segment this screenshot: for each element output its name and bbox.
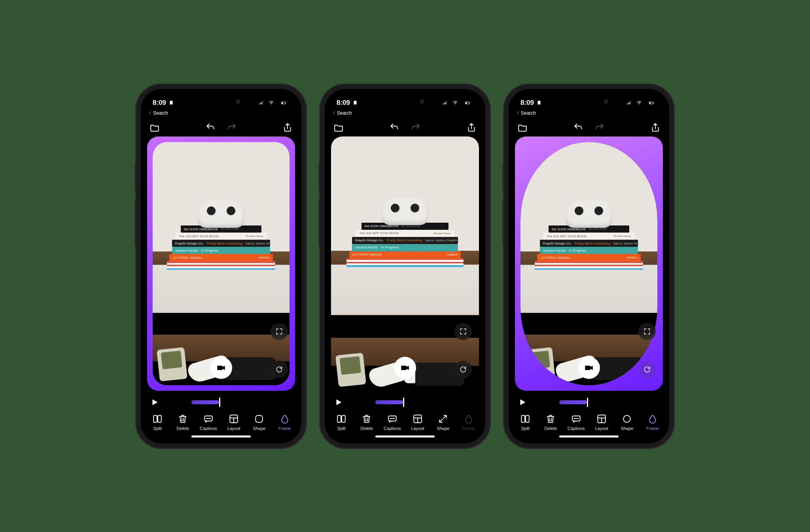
svg-rect-8 — [256, 415, 263, 422]
share-icon[interactable] — [650, 122, 660, 133]
breadcrumb-label: Search — [521, 110, 536, 116]
dynamic-island — [380, 95, 430, 109]
redo-icon[interactable] — [227, 122, 237, 133]
svg-rect-23 — [572, 416, 580, 421]
breadcrumb-back[interactable]: Search — [325, 110, 485, 117]
tool-label: Captions — [568, 426, 585, 431]
tool-shape[interactable]: Shape — [431, 414, 455, 431]
folder-icon[interactable] — [150, 122, 160, 133]
timeline-track[interactable] — [166, 396, 292, 408]
phone-mockup: 8:09Searchthe ICON HANDBOOKBY JON HICKST… — [320, 84, 490, 448]
play-icon — [150, 398, 159, 407]
frame-canvas[interactable]: the ICON HANDBOOKBY JON HICKSThe iOS APP… — [515, 136, 663, 391]
playback-row — [325, 391, 485, 412]
home-indicator[interactable] — [509, 433, 669, 443]
clip-segment[interactable] — [191, 400, 219, 404]
play-icon — [518, 398, 527, 407]
nav-bar — [325, 117, 485, 136]
tool-label: Frame — [462, 426, 475, 431]
breadcrumb-back[interactable]: Search — [141, 110, 301, 117]
signal-icon — [257, 100, 265, 106]
battery-icon — [645, 100, 657, 106]
tool-label: Shape — [253, 426, 266, 431]
tool-label: Captions — [200, 426, 217, 431]
tool-captions[interactable]: Captions — [197, 414, 220, 431]
tool-frame[interactable]: Frame — [273, 414, 297, 431]
breadcrumb-label: Search — [337, 110, 352, 116]
folder-icon[interactable] — [333, 122, 344, 133]
tool-label: Shape — [437, 426, 450, 431]
nav-bar — [141, 117, 301, 136]
tool-split[interactable]: Split — [513, 414, 537, 431]
tool-label: Layout — [595, 426, 608, 431]
svg-rect-14 — [342, 415, 345, 422]
tool-captions[interactable]: Captions — [564, 414, 588, 431]
tool-shape[interactable]: Shape — [615, 414, 639, 431]
frame-canvas[interactable]: the ICON HANDBOOKBY JON HICKSThe iOS APP… — [147, 136, 295, 391]
tool-label: Layout — [227, 426, 240, 431]
layout-icon — [229, 414, 239, 424]
home-indicator[interactable] — [325, 433, 485, 443]
tool-layout[interactable]: Layout — [222, 414, 246, 431]
tool-shape[interactable]: Shape — [247, 414, 271, 431]
tool-captions[interactable]: Captions — [380, 414, 404, 431]
swap-button[interactable] — [454, 361, 472, 378]
tool-delete[interactable]: Delete — [539, 414, 562, 431]
redo-icon[interactable] — [594, 122, 605, 133]
play-button[interactable] — [518, 398, 527, 407]
tool-label: Split — [153, 426, 161, 431]
swap-button[interactable] — [638, 361, 656, 378]
playhead[interactable] — [403, 398, 404, 407]
tool-delete[interactable]: Delete — [355, 414, 379, 431]
expand-button[interactable] — [454, 323, 472, 340]
svg-rect-6 — [204, 416, 212, 421]
undo-icon[interactable] — [205, 122, 216, 133]
camera-button[interactable] — [578, 357, 600, 379]
timeline-track[interactable] — [350, 396, 476, 408]
undo-icon[interactable] — [573, 122, 583, 133]
playhead[interactable] — [587, 398, 588, 407]
play-button[interactable] — [150, 398, 159, 407]
redo-icon[interactable] — [411, 122, 421, 133]
tool-split[interactable]: Split — [329, 414, 353, 431]
expand-button[interactable] — [638, 323, 656, 340]
share-icon[interactable] — [466, 122, 477, 133]
expand-button[interactable] — [271, 323, 288, 340]
play-button[interactable] — [334, 398, 343, 407]
playhead[interactable] — [219, 398, 220, 407]
photo-mask: the ICON HANDBOOKBY JON HICKSThe iOS APP… — [331, 136, 479, 391]
photo-mask: the ICON HANDBOOKBY JON HICKSThe iOS APP… — [153, 142, 290, 385]
shape-icon — [254, 414, 264, 424]
refresh-icon — [459, 365, 467, 373]
clip-segment[interactable] — [375, 400, 403, 404]
camera-button[interactable] — [394, 357, 416, 379]
delete-icon — [178, 414, 188, 424]
bookmark-icon — [536, 100, 542, 106]
tool-label: Frame — [278, 426, 291, 431]
play-icon — [334, 398, 343, 407]
svg-rect-15 — [388, 416, 396, 421]
breadcrumb-back[interactable]: Search — [509, 110, 669, 117]
battery-icon — [278, 100, 290, 106]
folder-icon[interactable] — [517, 122, 528, 133]
tool-delete[interactable]: Delete — [171, 414, 195, 431]
tool-frame[interactable]: Frame — [641, 414, 664, 431]
tool-split[interactable]: Split — [146, 414, 169, 431]
camera-button[interactable] — [210, 357, 232, 379]
captions-icon — [387, 414, 397, 424]
frame-canvas[interactable]: the ICON HANDBOOKBY JON HICKSThe iOS APP… — [331, 136, 479, 391]
chevron-left-icon — [516, 111, 520, 115]
photo-content: the ICON HANDBOOKBY JON HICKSThe iOS APP… — [331, 136, 479, 391]
swap-button[interactable] — [271, 361, 288, 378]
timeline-track[interactable] — [534, 396, 660, 408]
tool-layout[interactable]: Layout — [590, 414, 613, 431]
undo-icon[interactable] — [389, 122, 399, 133]
dynamic-island — [564, 95, 614, 109]
share-icon[interactable] — [282, 122, 293, 133]
game-controller — [197, 200, 245, 228]
home-indicator[interactable] — [141, 433, 301, 443]
clip-segment[interactable] — [559, 400, 587, 404]
svg-point-0 — [271, 104, 272, 104]
video-camera-icon — [400, 363, 410, 373]
tool-layout[interactable]: Layout — [406, 414, 430, 431]
